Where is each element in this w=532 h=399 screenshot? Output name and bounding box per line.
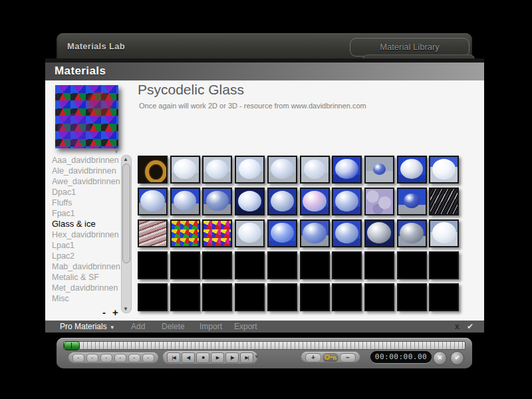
key-icon[interactable] — [323, 353, 338, 362]
material-thumbnail[interactable] — [138, 188, 168, 215]
category-list: Aaa_davidbrinnenAle_davidbrinnenAwe_davi… — [52, 155, 121, 313]
memory-dot-button[interactable]: ▪ — [100, 354, 112, 362]
chevron-down-icon[interactable]: ▼ — [254, 354, 259, 360]
sphere-preview — [367, 222, 391, 243]
transport-controls: |◀◀|■▶|▶▶| — [163, 351, 257, 364]
category-item-selected[interactable]: Glass & ice — [52, 219, 121, 229]
material-thumbnail[interactable] — [364, 219, 394, 247]
category-item[interactable]: Fluffs — [52, 198, 121, 208]
category-item[interactable]: Mab_davidbrinnen — [52, 261, 121, 272]
memory-dot-button[interactable]: ▪ — [128, 354, 140, 362]
import-button[interactable]: Import — [200, 321, 222, 332]
empty-slot — [170, 283, 200, 311]
add-keyframe-button[interactable]: + — [305, 353, 321, 362]
memory-dot-button[interactable]: ▪ — [114, 354, 126, 362]
material-thumbnail[interactable] — [267, 188, 297, 215]
memory-dot-button[interactable]: ▪ — [86, 354, 98, 362]
material-thumbnail[interactable] — [170, 188, 200, 215]
chevron-down-icon[interactable]: ▼ — [110, 148, 122, 155]
scroll-up-icon[interactable]: ▲ — [122, 156, 130, 162]
category-item[interactable]: Lpac1 — [52, 240, 121, 251]
empty-slot — [267, 283, 297, 311]
delete-button[interactable]: Delete — [162, 321, 185, 332]
category-item[interactable]: Met_davidbrinnen — [52, 283, 121, 293]
step-forward-button[interactable]: |▶ — [225, 352, 239, 363]
stop-button[interactable]: ■ — [196, 352, 209, 363]
material-thumbnail[interactable] — [332, 188, 362, 215]
category-item[interactable]: Fpac1 — [52, 208, 121, 219]
empty-slot — [138, 283, 168, 311]
scrollbar-thumb[interactable] — [122, 164, 130, 263]
export-button[interactable]: Export — [234, 321, 257, 332]
material-thumbnail[interactable] — [397, 156, 427, 184]
empty-slot — [202, 251, 232, 279]
empty-slot — [332, 283, 362, 311]
material-thumbnail[interactable] — [300, 156, 330, 184]
timeline-slider[interactable] — [64, 341, 80, 350]
confirm-button[interactable]: ✔ — [467, 321, 473, 332]
material-grid — [138, 156, 460, 315]
material-thumbnail[interactable] — [138, 219, 168, 247]
category-item[interactable]: Awe_davidbrinnen — [52, 176, 121, 187]
material-thumbnail[interactable] — [300, 188, 330, 215]
material-thumbnail[interactable] — [364, 156, 394, 184]
cancel-button[interactable]: x — [455, 321, 460, 332]
preset-dropdown[interactable]: Pro Materials▼ — [60, 321, 115, 334]
empty-slot — [364, 251, 394, 279]
timeline-ruler[interactable] — [63, 341, 466, 350]
remove-keyframe-button[interactable]: − — [340, 353, 356, 362]
category-item[interactable]: Lpac2 — [52, 251, 121, 261]
category-item[interactable]: Aaa_davidbrinnen — [52, 155, 121, 166]
material-thumbnail[interactable] — [202, 219, 232, 247]
category-item[interactable]: Dpac1 — [52, 187, 121, 198]
material-thumbnail[interactable] — [267, 219, 297, 247]
material-thumbnail[interactable] — [202, 188, 232, 215]
category-item[interactable]: Hex_davidbrinnen — [52, 229, 121, 240]
material-thumbnail[interactable] — [332, 219, 362, 247]
sphere-preview — [271, 191, 294, 211]
material-thumbnail[interactable] — [235, 219, 265, 247]
memory-dot-group: ▪▪▪▪▪▪ — [68, 352, 158, 364]
material-thumbnail[interactable] — [170, 156, 200, 184]
step-back-button[interactable]: ◀| — [182, 352, 195, 363]
torus-preview — [145, 160, 167, 184]
empty-slot — [429, 283, 459, 311]
cancel-button[interactable]: ✕ — [433, 351, 447, 365]
material-thumbnail[interactable] — [364, 188, 394, 215]
category-item[interactable]: Metalic & SF — [52, 272, 121, 283]
material-thumbnail[interactable] — [202, 156, 232, 184]
category-item[interactable]: Misc — [52, 293, 121, 304]
material-library-button[interactable]: Material Library — [350, 38, 469, 57]
material-thumbnail[interactable] — [397, 188, 427, 215]
grow-list-button[interactable]: + — [112, 307, 118, 318]
material-thumbnail[interactable] — [429, 219, 459, 247]
sphere-preview — [303, 223, 326, 243]
empty-slot — [138, 251, 168, 279]
keyframe-controls: + − — [301, 352, 360, 363]
timecode-display[interactable]: 00:00:00.00 — [370, 351, 432, 363]
material-thumbnail[interactable] — [397, 219, 427, 247]
empty-slot — [267, 251, 297, 279]
skip-to-end-button[interactable]: ▶| — [240, 352, 253, 363]
sphere-preview — [140, 190, 164, 211]
memory-dot-button[interactable]: ▪ — [142, 354, 154, 362]
material-thumbnail[interactable] — [429, 156, 459, 184]
memory-dot-button[interactable]: ▪ — [72, 354, 84, 362]
sphere-preview — [432, 222, 456, 243]
material-thumbnail[interactable] — [300, 219, 330, 247]
confirm-button[interactable]: ✔ — [450, 351, 464, 365]
add-button[interactable]: Add — [131, 321, 145, 332]
category-scrollbar[interactable]: ▲ ▼ — [121, 155, 132, 313]
material-thumbnail[interactable] — [429, 188, 459, 215]
material-thumbnail[interactable] — [235, 188, 265, 215]
material-preview-thumbnail[interactable] — [55, 85, 118, 148]
material-thumbnail[interactable] — [170, 219, 200, 247]
material-thumbnail[interactable] — [267, 156, 297, 184]
play-button[interactable]: ▶ — [211, 352, 224, 363]
material-thumbnail[interactable] — [332, 156, 362, 184]
category-item[interactable]: Ale_davidbrinnen — [52, 166, 121, 176]
material-thumbnail[interactable] — [138, 156, 168, 184]
shrink-list-button[interactable]: - — [102, 307, 106, 318]
skip-to-start-button[interactable]: |◀ — [167, 352, 180, 363]
material-thumbnail[interactable] — [235, 156, 265, 184]
